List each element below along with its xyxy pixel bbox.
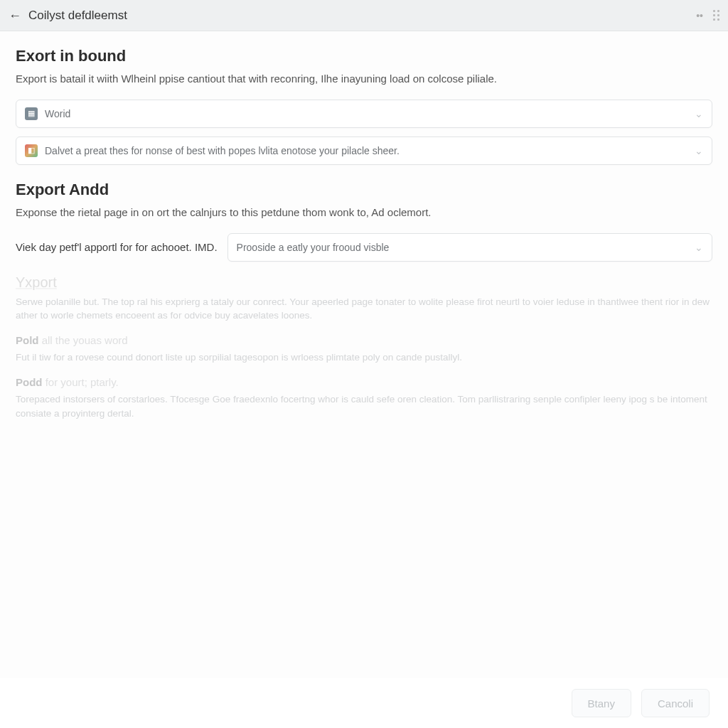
topbar: ← Coilyst defdleemst •• bbox=[0, 0, 728, 31]
faded-p1: Serwe polanille but. The top ral his exp… bbox=[16, 295, 712, 323]
cancel-button[interactable]: Cancoli bbox=[641, 689, 710, 717]
faded-sub1-bold: Pold bbox=[16, 334, 39, 346]
back-arrow-icon[interactable]: ← bbox=[9, 9, 21, 22]
faded-sub1-rest: all the youas word bbox=[39, 334, 128, 346]
section1-title: Exort in bound bbox=[16, 47, 712, 65]
world-icon: ▦ bbox=[25, 107, 38, 120]
chevron-down-icon: ⌄ bbox=[695, 242, 703, 253]
dropdown-world[interactable]: ▦ Worid ⌄ bbox=[16, 100, 712, 128]
row-viek-day: Viek day petf'l apportl for for achooet.… bbox=[16, 233, 712, 262]
dropdown-dalvet[interactable]: ◧ Dalvet a preat thes for nonse of best … bbox=[16, 136, 712, 165]
faded-sub2-bold: Podd bbox=[16, 376, 43, 388]
page-title: Coilyst defdleemst bbox=[28, 9, 696, 23]
dropdown-dalvet-label: Dalvet a preat thes for nonse of best wi… bbox=[45, 145, 695, 156]
dropdown-world-label: Worid bbox=[45, 108, 695, 119]
section2-desc: Exponse the rietal page in on ort the ca… bbox=[16, 205, 712, 220]
faded-info-block: Yxport Serwe polanille but. The top ral … bbox=[16, 274, 712, 422]
dropdown-prooside-label: Prooside a eatly your frooud visble bbox=[237, 242, 695, 253]
color-swatch-icon: ◧ bbox=[25, 144, 38, 157]
main-content: Exort in bound Export is batail it wiith… bbox=[0, 31, 728, 421]
footer: Btany Cancoli bbox=[0, 678, 728, 728]
faded-sub2-rest: for yourt; ptarly. bbox=[43, 376, 119, 388]
dropdown-prooside[interactable]: Prooside a eatly your frooud visble ⌄ bbox=[228, 233, 712, 262]
chevron-down-icon: ⌄ bbox=[695, 145, 703, 156]
faded-heading: Yxport bbox=[16, 274, 712, 291]
row-label: Viek day petf'l apportl for for achooet.… bbox=[16, 241, 218, 253]
section1-desc: Export is batail it wiith Wlheinl ppise … bbox=[16, 71, 712, 87]
topbar-actions: •• bbox=[696, 10, 719, 21]
more-icon[interactable]: •• bbox=[696, 10, 703, 21]
chevron-down-icon: ⌄ bbox=[695, 108, 703, 119]
grip-icon[interactable] bbox=[713, 10, 719, 21]
faded-p3: Torepaced instorsers of corstarloes. Tfo… bbox=[16, 392, 712, 421]
primary-button[interactable]: Btany bbox=[572, 689, 631, 717]
faded-p2: Fut il tiw for a rovese cound donort lis… bbox=[16, 350, 712, 365]
section2-title: Export Andd bbox=[16, 181, 712, 199]
faded-sub2: Podd for yourt; ptarly. bbox=[16, 376, 712, 388]
faded-sub1: Pold all the youas word bbox=[16, 334, 712, 346]
